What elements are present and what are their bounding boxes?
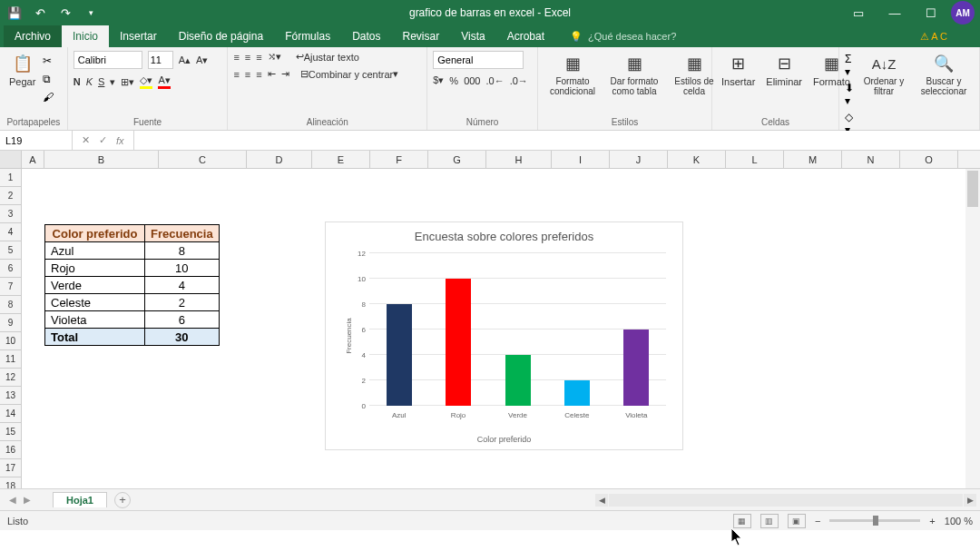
row-header[interactable]: 5 [0, 241, 22, 260]
zoom-in-button[interactable]: + [929, 516, 935, 526]
table-cell[interactable]: 8 [145, 242, 220, 260]
orientation-icon[interactable]: ⤭▾ [268, 51, 281, 63]
tab-diseno[interactable]: Diseño de página [168, 25, 274, 47]
table-cell[interactable]: 2 [145, 294, 220, 311]
align-mid-icon[interactable]: ≡ [245, 52, 250, 63]
merge-button[interactable]: ⊟ Combinar y centrar ▾ [300, 68, 399, 80]
table-total[interactable]: 30 [145, 329, 220, 346]
number-format-select[interactable] [433, 51, 524, 69]
wrap-text-button[interactable]: ↩ Ajustar texto [296, 51, 359, 63]
thousands-icon[interactable]: 000 [464, 75, 480, 86]
row-header[interactable]: 10 [0, 332, 22, 350]
col-header[interactable]: O [900, 151, 958, 168]
table-cell[interactable]: 4 [145, 277, 220, 294]
tab-formulas[interactable]: Fórmulas [274, 25, 341, 47]
col-header[interactable]: L [726, 151, 784, 168]
row-header[interactable]: 16 [0, 441, 22, 459]
paste-button[interactable]: 📋 Pegar [5, 51, 39, 89]
enter-formula-icon[interactable]: ✓ [99, 134, 107, 146]
conditional-format-button[interactable]: ▦Formato condicional [544, 51, 602, 98]
autosum-icon[interactable]: Σ ▾ [845, 53, 854, 78]
table-total[interactable]: Total [45, 329, 145, 346]
italic-button[interactable]: K [86, 76, 93, 87]
warning-icon[interactable]: ⚠ A C [920, 31, 947, 43]
sheet-nav-next-icon[interactable]: ▶ [20, 495, 34, 505]
col-header[interactable]: M [784, 151, 842, 168]
underline-button[interactable]: S [98, 76, 104, 87]
page-break-icon[interactable]: ▣ [788, 514, 806, 528]
redo-icon[interactable]: ↷ [58, 5, 73, 20]
col-header[interactable]: H [486, 151, 552, 168]
table-cell[interactable]: Violeta [45, 311, 145, 329]
tab-insertar[interactable]: Insertar [109, 25, 168, 47]
sheet-nav-prev-icon[interactable]: ◀ [5, 495, 20, 505]
page-layout-icon[interactable]: ▥ [760, 514, 779, 528]
row-header[interactable]: 7 [0, 278, 22, 296]
align-bot-icon[interactable]: ≡ [256, 52, 261, 63]
font-name-input[interactable] [74, 51, 142, 69]
col-header[interactable]: F [370, 151, 428, 168]
row-header[interactable]: 18 [0, 477, 22, 488]
add-sheet-button[interactable]: + [114, 492, 131, 508]
row-header[interactable]: 11 [0, 350, 22, 369]
decrease-font-icon[interactable]: A▾ [196, 54, 208, 66]
ribbon-options-icon[interactable]: ▭ [842, 0, 875, 25]
user-avatar[interactable]: AM [951, 1, 975, 25]
col-header[interactable]: A [22, 151, 44, 168]
undo-icon[interactable]: ↶ [33, 5, 47, 20]
row-header[interactable]: 9 [0, 314, 22, 332]
fx-icon[interactable]: fx [116, 135, 124, 146]
align-right-icon[interactable]: ≡ [256, 69, 261, 80]
percent-icon[interactable]: % [449, 75, 458, 86]
formula-input[interactable] [134, 131, 980, 150]
align-left-icon[interactable]: ≡ [233, 69, 239, 80]
maximize-icon[interactable]: ☐ [915, 0, 947, 25]
insert-button[interactable]: ⊞Insertar [718, 51, 759, 89]
table-cell[interactable]: 6 [145, 311, 220, 329]
align-top-icon[interactable]: ≡ [233, 52, 239, 63]
tab-datos[interactable]: Datos [341, 25, 391, 47]
row-header[interactable]: 13 [0, 387, 22, 405]
row-header[interactable]: 14 [0, 405, 22, 423]
col-header[interactable]: D [247, 151, 312, 168]
minimize-icon[interactable]: — [878, 0, 911, 25]
row-header[interactable]: 2 [0, 187, 22, 205]
save-icon[interactable]: 💾 [7, 5, 22, 20]
indent-inc-icon[interactable]: ⇥ [281, 68, 289, 80]
row-header[interactable]: 8 [0, 296, 22, 314]
table-cell[interactable]: Azul [45, 242, 145, 260]
cut-icon[interactable]: ✂ [43, 54, 54, 67]
normal-view-icon[interactable]: ▦ [733, 514, 751, 528]
format-table-button[interactable]: ▦Dar formato como tabla [605, 51, 663, 98]
sort-filter-button[interactable]: A↓ZOrdenar y filtrar [858, 51, 910, 98]
name-box[interactable]: L19 [0, 131, 73, 150]
scroll-left-icon[interactable]: ◀ [595, 494, 608, 507]
col-header[interactable]: G [428, 151, 486, 168]
col-header[interactable]: J [610, 151, 668, 168]
horizontal-scrollbar[interactable]: ◀ ▶ [595, 493, 976, 507]
row-header[interactable]: 6 [0, 260, 22, 278]
copy-icon[interactable]: ⧉ [43, 73, 54, 85]
sheet-tab[interactable]: Hoja1 [53, 492, 107, 507]
table-cell[interactable]: 10 [145, 260, 220, 277]
delete-button[interactable]: ⊟Eliminar [762, 51, 806, 89]
scroll-right-icon[interactable]: ▶ [964, 494, 976, 507]
format-painter-icon[interactable]: 🖌 [43, 91, 54, 103]
row-header[interactable]: 15 [0, 423, 22, 441]
cancel-formula-icon[interactable]: ✕ [82, 134, 90, 146]
zoom-slider[interactable] [829, 519, 920, 522]
dec-decimal-icon[interactable]: .0→ [510, 75, 528, 86]
fill-icon[interactable]: ⬇ ▾ [845, 82, 854, 107]
font-size-input[interactable] [148, 51, 173, 69]
currency-icon[interactable]: $▾ [433, 74, 444, 86]
col-header[interactable]: N [842, 151, 900, 168]
row-header[interactable]: 12 [0, 369, 22, 387]
chart[interactable]: Encuesta sobre colores preferidos Frecue… [325, 221, 683, 450]
find-select-button[interactable]: 🔍Buscar y seleccionar [914, 51, 974, 98]
tab-inicio[interactable]: Inicio [62, 25, 109, 47]
col-header[interactable]: I [552, 151, 610, 168]
col-header[interactable]: K [668, 151, 726, 168]
col-header[interactable]: E [312, 151, 370, 168]
zoom-out-button[interactable]: − [815, 516, 820, 526]
col-header[interactable]: B [44, 151, 159, 168]
